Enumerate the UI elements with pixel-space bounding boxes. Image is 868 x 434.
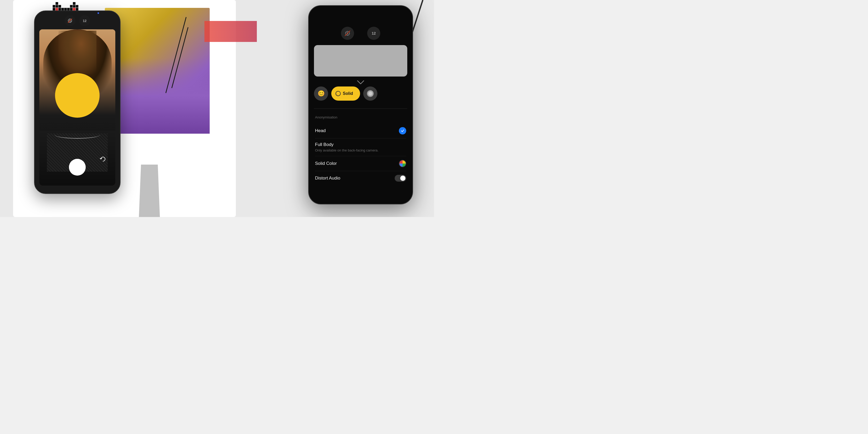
emoji-icon: 😊 <box>318 90 325 97</box>
full-body-label: Full Body <box>315 142 334 147</box>
camera-view <box>39 29 115 186</box>
solid-color-label: Solid Color <box>315 161 337 166</box>
camera-top-bar: 12 <box>35 15 120 26</box>
preview-box <box>314 45 407 76</box>
phone-right-notch <box>344 6 378 13</box>
head-checkmark <box>399 127 406 134</box>
solid-color-setting-row[interactable]: Solid Color <box>315 156 406 171</box>
timer-label: 12 <box>83 19 87 23</box>
poster-red-overlay <box>205 21 257 42</box>
hair-wisps <box>58 31 96 74</box>
phone-right-screen: 12 😊 <box>309 6 412 204</box>
face-anonymizer-circle <box>55 73 100 118</box>
blur-icon <box>367 90 374 97</box>
full-body-setting-row[interactable]: Full Body Only available on the back-fac… <box>315 138 406 156</box>
rotate-button[interactable] <box>98 154 108 164</box>
flash-off-button[interactable] <box>64 15 75 26</box>
section-title: Anonymisation <box>315 115 406 119</box>
camera-screen[interactable] <box>39 29 115 186</box>
emoji-mode-button[interactable]: 😊 <box>314 87 328 101</box>
color-picker-icon[interactable] <box>399 160 406 167</box>
phone-left-camera-dot <box>97 12 99 14</box>
distort-audio-toggle[interactable] <box>395 175 406 182</box>
toggle-knob <box>400 176 405 181</box>
phone-stand <box>139 164 160 217</box>
solid-mode-icon <box>336 91 341 96</box>
head-setting-row[interactable]: Head <box>315 123 406 138</box>
phone-left-notch <box>64 13 90 15</box>
distort-audio-setting-row[interactable]: Distort Audio <box>315 171 406 185</box>
phone-left: 12 <box>34 10 121 194</box>
flash-off-icon-wrapper <box>345 30 350 36</box>
timer-button[interactable]: 12 <box>79 15 90 26</box>
right-timer-label: 12 <box>372 31 376 35</box>
chevron-down-icon[interactable] <box>356 80 365 86</box>
full-body-sublabel: Only available on the back-facing camera… <box>315 148 378 152</box>
head-label: Head <box>315 128 326 133</box>
blur-mode-button[interactable] <box>363 87 377 101</box>
right-top-icons: 12 <box>309 27 412 40</box>
background: 12 <box>0 0 434 217</box>
solid-mode-label: Solid <box>343 91 353 96</box>
body-anonymizer-circle <box>69 159 86 176</box>
solid-mode-button[interactable]: Solid <box>331 87 360 101</box>
distort-audio-label: Distort Audio <box>315 176 340 181</box>
decorative-poster <box>105 8 210 134</box>
mode-selector: 😊 Solid <box>314 87 407 101</box>
right-timer-button[interactable]: 12 <box>367 27 380 40</box>
divider-line <box>314 108 407 109</box>
poster-gradient-bottom <box>105 58 210 134</box>
settings-section: Anonymisation Head Full Body Only availa… <box>309 113 412 204</box>
phone-right: 12 😊 <box>308 5 413 205</box>
right-flash-off-button[interactable] <box>341 27 354 40</box>
